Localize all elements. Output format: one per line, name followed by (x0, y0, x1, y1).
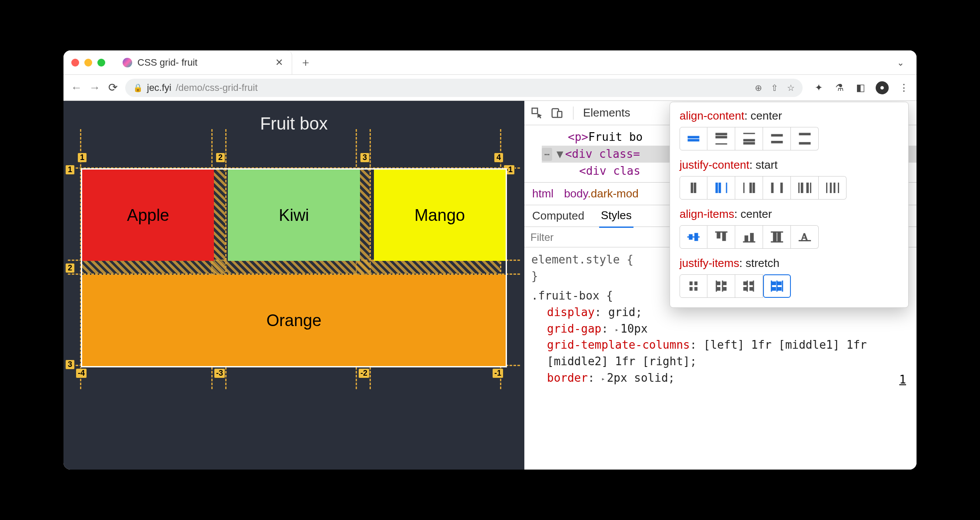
align-items-center-button[interactable] (680, 225, 707, 249)
svg-rect-2 (688, 136, 699, 138)
breadcrumb-html[interactable]: html (532, 187, 553, 200)
share-icon[interactable]: ⇧ (771, 83, 778, 93)
menu-icon[interactable]: ⋮ (898, 82, 910, 93)
url-box[interactable]: 🔒 jec.fyi/demo/css-grid-fruit ⊕ ⇧ ☆ (125, 79, 803, 97)
rule-border[interactable]: border: ▸2px solid; (531, 370, 910, 387)
svg-rect-24 (798, 183, 799, 193)
justify-items-center-button[interactable] (680, 274, 707, 298)
svg-rect-19 (743, 183, 744, 193)
label-align-items: align-items: center (680, 207, 899, 221)
label-justify-items: justify-items: stretch (680, 257, 899, 270)
svg-rect-36 (717, 232, 720, 238)
reload-button[interactable]: ⟳ (107, 81, 119, 94)
page-heading: Fruit box (77, 114, 511, 133)
align-items-start-button[interactable] (707, 225, 735, 249)
cell-apple: Apple (82, 170, 214, 261)
svg-rect-30 (833, 183, 835, 193)
align-items-end-button[interactable] (735, 225, 763, 249)
svg-rect-4 (716, 133, 727, 135)
svg-rect-14 (691, 183, 693, 193)
grid-row-label-1: 1 (65, 165, 75, 175)
expand-icon[interactable]: ▼ (557, 146, 563, 163)
tabs-dropdown-icon[interactable]: ⌄ (897, 57, 904, 68)
forward-button[interactable]: → (89, 81, 101, 94)
devtools-panel: Elements <p>Fruit bo ⋯ ▼ <div class= <di… (524, 101, 917, 470)
align-content-space-around-button[interactable] (763, 127, 791, 150)
grid-row-label-2: 2 (65, 263, 75, 273)
svg-rect-7 (743, 133, 755, 133)
url-path: /demo/css-grid-fruit (176, 82, 257, 93)
sidepanel-icon[interactable]: ◧ (855, 82, 866, 93)
zoom-icon[interactable]: ⊕ (755, 83, 762, 93)
grid-col-label-2: 2 (216, 153, 225, 163)
maximize-window-button[interactable] (97, 59, 105, 67)
justify-content-space-around-button[interactable] (791, 176, 819, 200)
align-content-start-button[interactable] (707, 127, 735, 150)
svg-rect-42 (773, 232, 776, 242)
justify-content-space-between-button[interactable] (763, 176, 791, 200)
svg-rect-27 (810, 183, 810, 193)
close-window-button[interactable] (71, 59, 79, 67)
profile-avatar[interactable]: ● (876, 81, 889, 94)
svg-rect-39 (750, 233, 753, 242)
justify-items-stretch-button[interactable] (763, 274, 791, 298)
svg-rect-6 (716, 143, 727, 144)
new-tab-button[interactable]: ＋ (300, 55, 311, 70)
grid-col-label-4: 4 (494, 153, 503, 163)
svg-rect-13 (799, 143, 810, 144)
align-content-center-button[interactable] (680, 127, 707, 150)
svg-rect-17 (719, 183, 720, 193)
justify-items-start-button[interactable] (707, 274, 735, 298)
align-items-stretch-button[interactable] (763, 225, 791, 249)
svg-rect-21 (753, 183, 754, 193)
align-content-space-between-button[interactable] (791, 127, 819, 150)
tab-styles[interactable]: Styles (599, 204, 633, 228)
back-button[interactable]: ← (70, 81, 83, 94)
dom-div-open: <div class= (565, 146, 640, 163)
svg-rect-68 (777, 287, 781, 290)
align-content-end-button[interactable] (735, 127, 763, 150)
justify-content-space-evenly-button[interactable] (819, 176, 847, 200)
svg-rect-57 (743, 282, 747, 285)
browser-tab[interactable]: CSS grid- fruit ✕ (118, 50, 292, 74)
svg-rect-18 (726, 183, 727, 193)
grid-col-label-3: 3 (360, 153, 370, 163)
svg-rect-11 (771, 141, 783, 143)
svg-rect-29 (830, 183, 831, 193)
tab-computed[interactable]: Computed (530, 205, 586, 227)
rule-grid-template-columns[interactable]: grid-template-columns: [left] 1fr [middl… (531, 337, 910, 370)
justify-content-end-button[interactable] (735, 176, 763, 200)
justify-items-end-button[interactable] (735, 274, 763, 298)
svg-rect-37 (722, 232, 725, 241)
cell-orange: Orange (82, 275, 506, 366)
labs-icon[interactable]: ⚗ (834, 82, 845, 93)
devtools-tab-elements[interactable]: Elements (583, 106, 630, 120)
grid-neg-bottom-2: -3 (214, 368, 225, 378)
minimize-window-button[interactable] (84, 59, 92, 67)
svg-rect-3 (688, 139, 699, 141)
svg-rect-49 (695, 282, 697, 285)
svg-rect-25 (801, 183, 803, 193)
rule-source-link[interactable]: 1 (899, 373, 906, 386)
device-toggle-icon[interactable] (550, 107, 563, 120)
breadcrumb-body[interactable]: body.dark-mod (564, 187, 639, 200)
rule-grid-gap[interactable]: grid-gap: ▸10px (531, 321, 910, 337)
svg-rect-5 (716, 136, 727, 138)
dom-p-text: Fruit bo (588, 129, 643, 146)
svg-rect-15 (694, 183, 696, 193)
bookmark-icon[interactable]: ☆ (787, 83, 795, 93)
tab-title: CSS grid- fruit (137, 57, 197, 68)
align-items-baseline-button[interactable]: A (791, 225, 819, 249)
justify-content-center-button[interactable] (680, 176, 707, 200)
dom-p-tag: <p> (568, 129, 588, 146)
svg-rect-10 (771, 134, 783, 136)
group-justify-items: justify-items: stretch (680, 257, 899, 298)
svg-rect-1 (557, 111, 562, 117)
inspect-icon[interactable] (530, 107, 543, 120)
dom-ellipsis-icon: ⋯ (542, 148, 552, 161)
close-tab-icon[interactable]: ✕ (275, 57, 283, 68)
svg-rect-23 (780, 183, 782, 193)
grid-overlay-wrap: 1 2 3 4 1 2 3 -1 -4 -3 -2 -1 Apple Kiwi … (81, 168, 507, 367)
justify-content-start-button[interactable] (707, 176, 735, 200)
extensions-icon[interactable]: ✦ (813, 82, 824, 93)
